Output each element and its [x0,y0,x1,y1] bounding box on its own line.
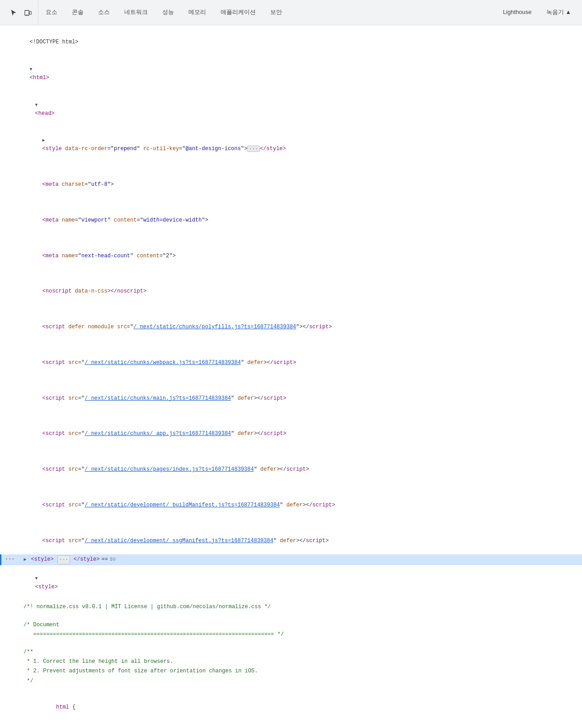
ellipsis-badge-selected[interactable]: ··· [57,555,70,564]
tab-application[interactable]: 애플리케이션 [213,0,263,25]
devtools-toolbar: 요소 콘솔 소스 네트워크 성능 메모리 애플리케이션 보안 Lighthous… [0,0,582,25]
tab-network[interactable]: 네트워크 [117,0,155,25]
css-line[interactable]: html { [0,694,582,721]
tab-record[interactable]: 녹음기 ▲ [539,0,578,25]
tab-memory[interactable]: 메모리 [181,0,213,25]
toolbar-icons [4,0,38,25]
css-line[interactable]: line-height: 1.15; /* 1 */ [0,721,582,728]
dom-line[interactable]: <script defer nomodule src="/_next/stati… [0,305,582,341]
dom-line[interactable]: <script src="/_next/static/chunks/main.j… [0,376,582,412]
css-line[interactable]: /*! normalize.css v8.0.1 | MIT License |… [0,602,582,612]
device-toolbar-button[interactable] [22,6,34,19]
dom-line[interactable]: <script src="/_next/static/chunks/webpac… [0,341,582,377]
dom-line[interactable]: <html> [0,56,582,92]
dom-line[interactable]: <script src="/_next/static/development/_… [0,483,582,519]
toolbar-tabs: 요소 콘솔 소스 네트워크 성능 메모리 애플리케이션 보안 Lighthous… [38,0,578,25]
tab-sources[interactable]: 소스 [91,0,117,25]
tab-lighthouse[interactable]: Lighthouse [496,0,539,25]
dom-line[interactable]: <head> [0,91,582,127]
three-dots-marker[interactable]: ··· <style> ··· </style> == $0 [0,554,582,565]
expand-arrow[interactable] [30,66,35,73]
svg-point-2 [27,14,28,15]
css-line [0,639,582,648]
css-line[interactable]: * 2. Prevent adjustments of font size af… [0,667,582,676]
dom-line[interactable]: <script src="/_next/static/development/_… [0,519,582,554]
inspect-element-button[interactable] [7,6,20,19]
expand-arrow[interactable] [35,575,41,582]
css-content: /*! normalize.css v8.0.1 | MIT License |… [0,600,582,728]
css-line [0,686,582,694]
expand-arrow[interactable] [24,556,29,563]
css-line[interactable]: * 1. Correct the line height in all brow… [0,657,582,667]
dom-line[interactable]: <meta name="viewport" content="width=dev… [0,199,582,234]
expand-arrow[interactable] [35,102,41,109]
css-line[interactable]: ========================================… [0,630,582,639]
tab-performance[interactable]: 성능 [155,0,181,25]
css-line[interactable]: /* Document [0,620,582,630]
dom-panel: <!DOCTYPE html> <html> <head> <style dat… [0,25,582,728]
dom-line[interactable]: <noscript data-n-css></noscript> [0,269,582,305]
dom-line[interactable]: <style> [0,565,582,601]
dom-line[interactable]: <meta charset="utf-8"> [0,163,582,199]
css-line[interactable]: */ [0,676,582,686]
tab-console[interactable]: 콘솔 [65,0,91,25]
dom-line[interactable]: <style data-rc-order="prepend" rc-util-k… [0,127,582,163]
tab-elements[interactable]: 요소 [38,0,65,25]
css-line[interactable]: /** [0,648,582,657]
dom-line[interactable]: <!DOCTYPE html> [0,29,582,56]
dom-tree: <!DOCTYPE html> <html> <head> <style dat… [0,25,582,728]
tab-security[interactable]: 보안 [263,0,289,25]
ellipsis-badge[interactable]: ··· [247,146,260,152]
dom-line[interactable]: <script src="/_next/static/chunks/_app.j… [0,412,582,448]
dom-line[interactable]: <script src="/_next/static/chunks/pages/… [0,448,582,483]
svg-rect-1 [29,11,31,14]
expand-arrow[interactable] [42,137,48,144]
css-line [0,612,582,620]
dom-line[interactable]: <meta name="next-head-count" content="2"… [0,234,582,269]
